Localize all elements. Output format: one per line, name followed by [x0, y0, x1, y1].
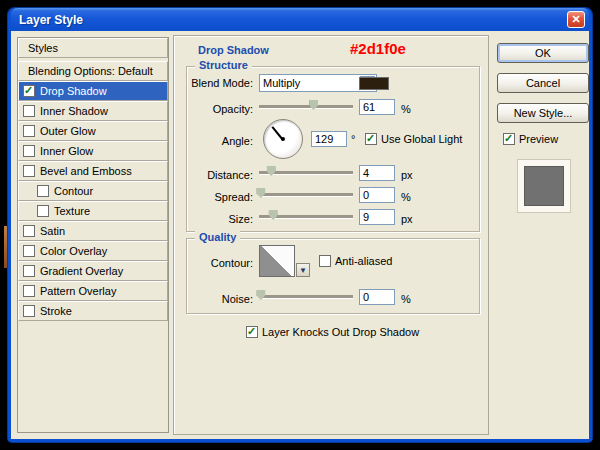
- slider-thumb[interactable]: [256, 188, 265, 198]
- use-global-light-row[interactable]: Use Global Light: [365, 133, 462, 145]
- style-item-checkbox[interactable]: [37, 205, 49, 217]
- blend-mode-value: Multiply: [260, 77, 360, 89]
- preview-checkbox[interactable]: [503, 133, 515, 145]
- style-item-outer-glow[interactable]: Outer Glow: [18, 121, 168, 141]
- style-item-inner-shadow[interactable]: Inner Shadow: [18, 101, 168, 121]
- style-item-texture[interactable]: Texture: [18, 201, 168, 221]
- angle-hub: [281, 137, 285, 141]
- contour-label: Contour:: [187, 257, 253, 269]
- anti-aliased-row[interactable]: Anti-aliased: [319, 255, 392, 267]
- knockout-checkbox[interactable]: [246, 326, 258, 338]
- style-item-checkbox[interactable]: [23, 165, 35, 177]
- style-item-checkbox[interactable]: [23, 225, 35, 237]
- angle-label: Angle:: [187, 135, 253, 147]
- style-item-label: Drop Shadow: [35, 85, 107, 97]
- style-item-checkbox[interactable]: [23, 85, 35, 97]
- anti-aliased-checkbox[interactable]: [319, 255, 331, 267]
- style-item-contour[interactable]: Contour: [18, 181, 168, 201]
- style-item-label: Satin: [35, 225, 65, 237]
- shadow-color-swatch[interactable]: [359, 77, 389, 90]
- opacity-input[interactable]: 61: [359, 99, 395, 115]
- style-item-checkbox[interactable]: [23, 305, 35, 317]
- dialog-title: Layer Style: [19, 13, 567, 27]
- style-item-color-overlay[interactable]: Color Overlay: [18, 241, 168, 261]
- ok-button[interactable]: OK: [497, 43, 589, 63]
- style-item-satin[interactable]: Satin: [18, 221, 168, 241]
- style-item-checkbox[interactable]: [23, 145, 35, 157]
- color-hex-annotation: #2d1f0e: [350, 40, 406, 57]
- title-bar[interactable]: Layer Style ✕: [11, 8, 589, 31]
- size-input[interactable]: 9: [359, 209, 395, 225]
- structure-group-title: Structure: [195, 59, 252, 71]
- blending-options-label: Blending Options: Default: [23, 65, 153, 77]
- size-label: Size:: [187, 213, 253, 225]
- screenshot-frame: Layer Style ✕ Styles Blending Options: D…: [0, 0, 600, 450]
- slider-track: [259, 193, 353, 196]
- styles-header[interactable]: Styles: [18, 38, 168, 58]
- size-slider[interactable]: [259, 209, 353, 221]
- new-style-button[interactable]: New Style...: [497, 103, 589, 123]
- opacity-label: Opacity:: [187, 103, 253, 115]
- styles-header-label: Styles: [23, 42, 58, 54]
- quality-group: Quality Contour: ▼ Anti-aliased Noise: 0…: [186, 238, 480, 314]
- noise-unit: %: [401, 293, 411, 305]
- style-item-label: Bevel and Emboss: [35, 165, 132, 177]
- noise-slider[interactable]: [259, 289, 353, 301]
- use-global-light-label: Use Global Light: [381, 133, 462, 145]
- style-item-label: Inner Glow: [35, 145, 93, 157]
- opacity-slider[interactable]: [259, 99, 353, 111]
- spread-label: Spread:: [187, 191, 253, 203]
- style-item-drop-shadow[interactable]: Drop Shadow: [18, 81, 168, 101]
- style-item-checkbox[interactable]: [23, 105, 35, 117]
- style-item-label: Inner Shadow: [35, 105, 108, 117]
- noise-input[interactable]: 0: [359, 289, 395, 305]
- angle-dial[interactable]: [263, 119, 303, 159]
- style-item-checkbox[interactable]: [23, 245, 35, 257]
- spread-unit: %: [401, 191, 411, 203]
- spread-input[interactable]: 0: [359, 187, 395, 203]
- close-icon[interactable]: ✕: [567, 11, 585, 28]
- style-item-checkbox[interactable]: [37, 185, 49, 197]
- style-item-label: Contour: [49, 185, 93, 197]
- style-item-checkbox[interactable]: [23, 125, 35, 137]
- slider-thumb[interactable]: [256, 290, 265, 300]
- style-item-checkbox[interactable]: [23, 285, 35, 297]
- style-item-gradient-overlay[interactable]: Gradient Overlay: [18, 261, 168, 281]
- structure-group: Structure Blend Mode: Multiply ▼ Opacity…: [186, 66, 480, 232]
- style-item-bevel-and-emboss[interactable]: Bevel and Emboss: [18, 161, 168, 181]
- styles-items-container: Drop ShadowInner ShadowOuter GlowInner G…: [18, 81, 168, 321]
- style-item-stroke[interactable]: Stroke: [18, 301, 168, 321]
- distance-unit: px: [401, 169, 413, 181]
- drop-shadow-panel: Drop Shadow #2d1f0e Structure Blend Mode…: [173, 35, 489, 435]
- style-item-label: Texture: [49, 205, 90, 217]
- knockout-row[interactable]: Layer Knocks Out Drop Shadow: [246, 326, 419, 338]
- cancel-button[interactable]: Cancel: [497, 73, 589, 93]
- style-item-checkbox[interactable]: [23, 265, 35, 277]
- style-item-label: Color Overlay: [35, 245, 107, 257]
- preview-row[interactable]: Preview: [503, 133, 558, 145]
- slider-thumb[interactable]: [269, 210, 278, 220]
- angle-input[interactable]: 129: [311, 131, 347, 147]
- preview-thumbnail-fill: [524, 166, 564, 206]
- anti-aliased-label: Anti-aliased: [335, 255, 392, 267]
- style-item-pattern-overlay[interactable]: Pattern Overlay: [18, 281, 168, 301]
- blending-options-item[interactable]: Blending Options: Default: [18, 61, 168, 81]
- style-item-label: Outer Glow: [35, 125, 96, 137]
- panel-heading: Drop Shadow: [198, 44, 269, 56]
- slider-thumb[interactable]: [267, 166, 276, 176]
- distance-slider[interactable]: [259, 165, 353, 177]
- style-item-inner-glow[interactable]: Inner Glow: [18, 141, 168, 161]
- slider-track: [259, 295, 353, 298]
- spread-slider[interactable]: [259, 187, 353, 199]
- blend-mode-label: Blend Mode:: [187, 77, 253, 89]
- preview-thumbnail: [517, 159, 571, 213]
- contour-arrow-icon[interactable]: ▼: [296, 263, 310, 277]
- distance-label: Distance:: [187, 169, 253, 181]
- use-global-light-checkbox[interactable]: [365, 133, 377, 145]
- knockout-label: Layer Knocks Out Drop Shadow: [262, 326, 419, 338]
- distance-input[interactable]: 4: [359, 165, 395, 181]
- angle-unit: °: [351, 133, 355, 145]
- layer-style-dialog: Layer Style ✕ Styles Blending Options: D…: [8, 8, 592, 442]
- contour-picker[interactable]: [259, 245, 295, 277]
- slider-thumb[interactable]: [309, 100, 318, 110]
